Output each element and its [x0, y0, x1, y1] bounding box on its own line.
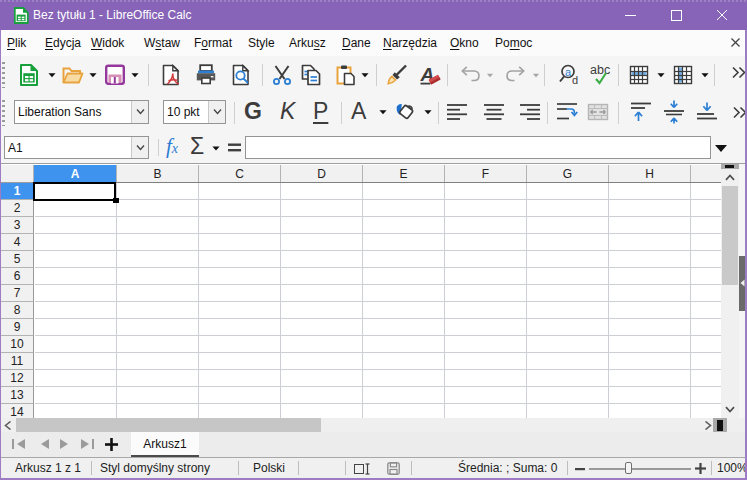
svg-text:d: d: [572, 74, 578, 86]
svg-text:abc: abc: [590, 63, 610, 77]
svg-text:a: a: [565, 66, 572, 78]
